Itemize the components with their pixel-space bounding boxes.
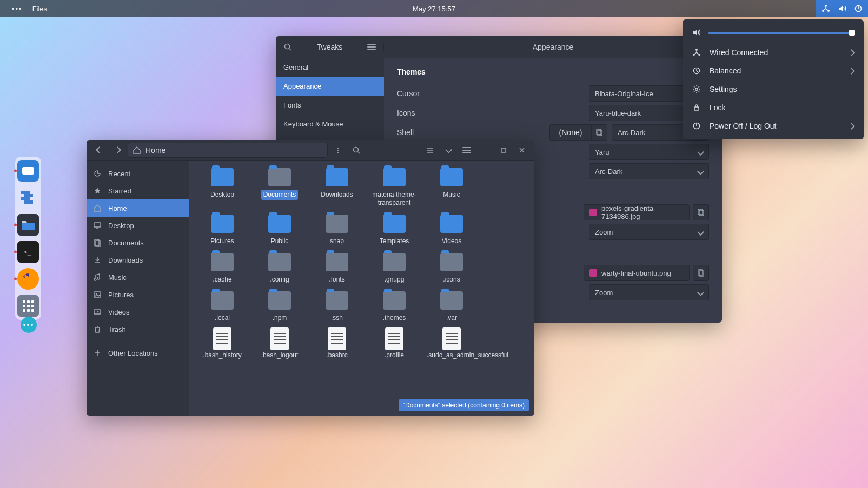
- file-item-label: Documents: [261, 190, 299, 200]
- system-tray[interactable]: [816, 0, 868, 17]
- file-item[interactable]: Pictures: [194, 212, 251, 246]
- hamburger-icon[interactable]: [367, 44, 376, 50]
- minimize-button[interactable]: ‒: [477, 142, 493, 158]
- files-sidebar-item[interactable]: Trash: [87, 320, 189, 338]
- bg2-file[interactable]: warty-final-ubuntu.png: [584, 265, 690, 281]
- file-item[interactable]: Public: [251, 212, 308, 246]
- file-item[interactable]: .gnupg: [366, 251, 423, 285]
- file-item-label: .ssh: [329, 313, 345, 323]
- hamburger-button[interactable]: [459, 142, 475, 158]
- file-item[interactable]: .ssh: [308, 289, 366, 323]
- file-item[interactable]: .bashrc: [308, 327, 366, 360]
- bg2-browse-button[interactable]: [693, 265, 709, 281]
- file-item-label: Public: [269, 236, 291, 246]
- tweaks-sidebar-item[interactable]: General: [276, 58, 384, 77]
- forward-button[interactable]: [109, 142, 125, 158]
- tweaks-page-title: Appearance: [384, 43, 722, 51]
- files-sidebar-item[interactable]: Desktop: [87, 217, 189, 234]
- file-item[interactable]: .cache: [194, 251, 251, 285]
- file-item[interactable]: .fonts: [308, 251, 366, 285]
- sysmenu-item[interactable]: Balanced: [683, 62, 864, 80]
- file-item[interactable]: .profile: [366, 327, 423, 360]
- search-icon[interactable]: [283, 43, 292, 51]
- appmenu-button[interactable]: •••: [12, 5, 23, 13]
- sound-select[interactable]: Yaru: [589, 144, 709, 160]
- cursor-row: Cursor Bibata-Original-Ice: [397, 84, 709, 103]
- file-item-label: .config: [268, 275, 291, 285]
- dock-app-extensions[interactable]: [17, 187, 39, 209]
- path-menu-button[interactable]: ⋮: [330, 142, 346, 158]
- folder-icon: [383, 291, 406, 310]
- svg-point-7: [285, 44, 290, 49]
- file-item-label: .bash_history: [201, 350, 243, 360]
- file-item[interactable]: .bash_history: [194, 327, 251, 360]
- file-item[interactable]: .themes: [366, 289, 423, 323]
- dock-app-firefox[interactable]: [17, 268, 39, 290]
- bg1-mode-select[interactable]: Zoom: [589, 224, 709, 240]
- sysmenu-item[interactable]: Power Off / Log Out: [683, 117, 864, 135]
- folder-icon: [440, 253, 463, 271]
- sysmenu-item-label: Balanced: [710, 66, 741, 75]
- files-sidebar-item[interactable]: Downloads: [87, 251, 189, 269]
- bg2-mode-select[interactable]: Zoom: [589, 284, 709, 300]
- file-item[interactable]: Music: [423, 166, 480, 208]
- clock[interactable]: May 27 15:57: [413, 5, 455, 13]
- file-item[interactable]: Downloads: [308, 166, 366, 208]
- file-item[interactable]: .config: [251, 251, 308, 285]
- folder-icon: [211, 168, 234, 186]
- dock-app-terminal[interactable]: >_: [17, 241, 39, 263]
- dock-app-files[interactable]: [17, 214, 39, 236]
- path-bar[interactable]: Home: [128, 143, 328, 158]
- shell-none-chip[interactable]: (None): [549, 124, 592, 141]
- file-item[interactable]: .sudo_as_admin_successful: [423, 327, 480, 360]
- file-item-label: .local: [213, 313, 232, 323]
- file-item[interactable]: Documents: [251, 166, 308, 208]
- files-sidebar-item[interactable]: Other Locations: [87, 344, 189, 362]
- file-item[interactable]: .local: [194, 289, 251, 323]
- bg1-browse-button[interactable]: [693, 204, 709, 220]
- sysmenu-item[interactable]: Lock: [683, 98, 864, 117]
- sysmenu-item[interactable]: Settings: [683, 80, 864, 98]
- files-sidebar-item[interactable]: Starred: [87, 182, 189, 199]
- files-headerbar: Home ⋮ ‒: [87, 140, 534, 161]
- dock-overflow-indicator[interactable]: •••: [21, 317, 37, 333]
- file-item[interactable]: Desktop: [194, 166, 251, 208]
- back-button[interactable]: [91, 142, 107, 158]
- tweaks-sidebar-item[interactable]: Keyboard & Mouse: [276, 115, 384, 133]
- file-item[interactable]: .icons: [423, 251, 480, 285]
- file-item-label: .icons: [441, 275, 462, 285]
- chevron-down-icon: [698, 168, 703, 176]
- search-button[interactable]: [348, 142, 365, 158]
- bg1-file[interactable]: pexels-gradienta-7134986.jpg: [584, 204, 690, 220]
- file-item[interactable]: Videos: [423, 212, 480, 246]
- shell-file-button[interactable]: [591, 124, 607, 141]
- files-sidebar-item[interactable]: Documents: [87, 234, 189, 251]
- dock-app-tweaks[interactable]: [17, 160, 39, 182]
- file-item[interactable]: materia-theme-transparent: [366, 166, 423, 208]
- file-item[interactable]: .var: [423, 289, 480, 323]
- dock-show-apps[interactable]: [17, 295, 39, 317]
- files-icon-grid[interactable]: DesktopDocumentsDownloadsmateria-theme-t…: [189, 161, 534, 416]
- list-view-button[interactable]: [422, 142, 438, 158]
- folder-icon: [268, 253, 291, 271]
- files-sidebar-item[interactable]: Pictures: [87, 286, 189, 303]
- tweaks-sidebar-item[interactable]: Fonts: [276, 96, 384, 115]
- gtk-select[interactable]: Arc-Dark: [589, 163, 709, 179]
- file-item[interactable]: .npm: [251, 289, 308, 323]
- files-sidebar-item[interactable]: Home: [87, 199, 189, 217]
- view-options-button[interactable]: [440, 142, 456, 158]
- maximize-button[interactable]: [495, 142, 512, 158]
- files-sidebar-item[interactable]: Recent: [87, 165, 189, 182]
- network-icon: [692, 48, 701, 57]
- volume-slider[interactable]: [708, 32, 854, 34]
- file-item[interactable]: Templates: [366, 212, 423, 246]
- tweaks-sidebar-item[interactable]: Appearance: [276, 77, 384, 96]
- file-item[interactable]: snap: [308, 212, 366, 246]
- folder-icon: [383, 168, 406, 186]
- close-button[interactable]: [514, 142, 530, 158]
- files-sidebar-item[interactable]: Videos: [87, 303, 189, 320]
- file-item[interactable]: .bash_logout: [251, 327, 308, 360]
- sysmenu-item[interactable]: Wired Connected: [683, 43, 864, 62]
- files-sidebar-item[interactable]: Music: [87, 269, 189, 286]
- shell-none-text: (None): [559, 128, 582, 137]
